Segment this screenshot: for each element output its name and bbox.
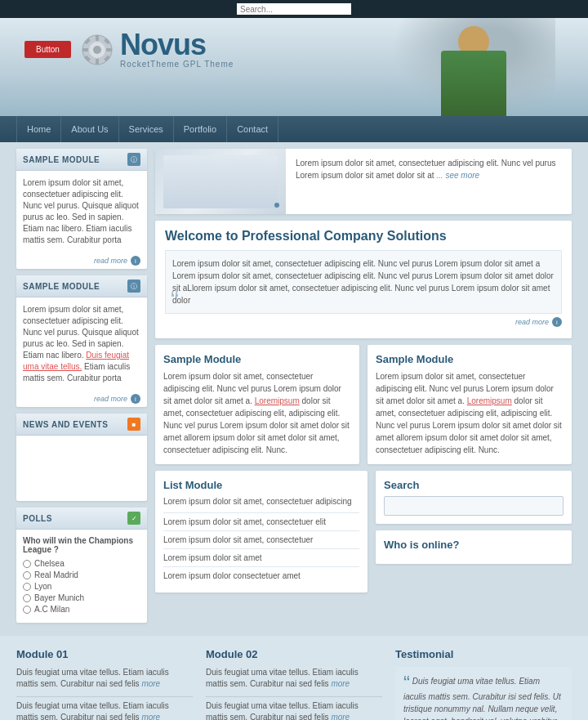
sidebar-polls-body: Who will win the Champions League ? Chel…: [16, 530, 147, 623]
poll-radio-bayer[interactable]: [23, 594, 31, 602]
search-input[interactable]: [384, 496, 564, 516]
bottom-modules-row: List Module Lorem ipsum dolor sit amet, …: [155, 471, 572, 593]
list-module: List Module Lorem ipsum dolor sit amet, …: [155, 471, 368, 593]
promo-body-text: Lorem ipsum dolor sit amet, consectetuer…: [296, 159, 555, 180]
search-online-col: Search Who is online?: [376, 471, 572, 593]
footer-divider-1: [16, 696, 193, 697]
poll-option-chelsea[interactable]: Chelsea: [23, 559, 140, 568]
sidebar-module-1-readmore: read more i: [16, 253, 147, 269]
nav-item-portfolio[interactable]: Portfolio: [174, 116, 227, 142]
poll-radio-lyon[interactable]: [23, 583, 31, 591]
sidebar-module-1-body: Lorem ipsum dolor sit amet, consectetuer…: [16, 171, 147, 253]
who-is-online-title: Who is online?: [384, 539, 564, 551]
nav-item-about[interactable]: About Us: [61, 116, 118, 142]
poll-icon: ✓: [127, 512, 140, 525]
search-box: Search: [376, 471, 572, 524]
sample-module-right-title: Sample Module: [376, 353, 564, 365]
svg-rect-4: [96, 59, 99, 65]
gear-icon: [81, 34, 114, 66]
sample-module-left-text: Lorem ipsum dolor sit amet, consectetuer…: [163, 370, 351, 456]
poll-label-acmilan: A.C Milan: [34, 605, 69, 614]
poll-radio-realmadrid[interactable]: [23, 571, 31, 579]
footer-col1-item-2: Duis feugiat uma vitae tellus. Etiam iac…: [16, 700, 193, 720]
poll-radio-chelsea[interactable]: [23, 560, 31, 568]
welcome-text: Lorem ipsum dolor sit amet, consectetuer…: [165, 250, 562, 314]
sidebar-module-1-readmore-link[interactable]: read more: [94, 257, 127, 265]
footer-col2-item1-more[interactable]: more: [331, 679, 350, 688]
welcome-readmore-link[interactable]: read more: [515, 318, 549, 326]
footer-col1-item1-more[interactable]: more: [141, 679, 160, 688]
footer-col2-item-2: Duis feugiat uma vitae tellus. Etiam iac…: [206, 700, 382, 720]
poll-radio-acmilan[interactable]: [23, 606, 31, 614]
poll-option-realmadrid[interactable]: Real Madrid: [23, 570, 140, 579]
footer-divider-3: [206, 696, 382, 697]
search-input-wrap: [384, 496, 564, 516]
poll-option-bayer[interactable]: Bayer Munich: [23, 593, 140, 602]
sidebar-polls-module: POLLS ✓ Who will win the Champions Leagu…: [16, 508, 147, 623]
promo-image-inner: [163, 155, 278, 208]
nav-item-contact[interactable]: Contact: [227, 116, 278, 142]
footer-col1-item-1: Duis feugiat uma vitae tellus. Etiam iac…: [16, 667, 193, 690]
welcome-body: Lorem ipsum dolor sit amet, consectetuer…: [172, 259, 554, 305]
nav-bar: Home About Us Services Portfolio Contact: [0, 116, 588, 142]
footer-col1-item2-more[interactable]: more: [141, 713, 160, 720]
sidebar-module-2-info-icon: i: [131, 394, 140, 404]
promo-see-more[interactable]: ... see more: [436, 171, 479, 180]
poll-option-acmilan[interactable]: A.C Milan: [23, 605, 140, 614]
poll-option-lyon[interactable]: Lyon: [23, 582, 140, 591]
sidebar-module-1-info-icon: i: [131, 256, 140, 266]
footer-col-3: Testimonial “ Duis feugiat uma vitae tel…: [395, 648, 572, 720]
welcome-title: Welcome to Professional Company Solution…: [165, 229, 562, 244]
footer-col-1: Module 01 Duis feugiat uma vitae tellus.…: [16, 648, 193, 720]
poll-label-lyon: Lyon: [34, 582, 51, 591]
promo-box: Lorem ipsum dolor sit amet, consectetuer…: [155, 149, 572, 214]
poll-label-realmadrid: Real Madrid: [34, 570, 78, 579]
search-title: Search: [384, 479, 564, 491]
sidebar-module-2-readmore-link[interactable]: read more: [94, 395, 127, 403]
footer-col-3-title: Testimonial: [395, 648, 572, 660]
sidebar-module-2: SAMPLE MODULE ⓘ Lorem ipsum dolor sit am…: [16, 275, 147, 407]
sidebar-module-2-header: SAMPLE MODULE ⓘ: [16, 275, 147, 297]
sidebar-news-header: NEWS AND EVENTS ■: [16, 414, 147, 436]
footer-col-1-title: Module 01: [16, 648, 193, 660]
main-content: SAMPLE MODULE ⓘ Lorem ipsum dolor sit am…: [16, 149, 572, 629]
footer-col-2-title: Module 02: [206, 648, 382, 660]
logo-subtitle: RocketTheme GPL Theme: [120, 60, 234, 69]
sample-module-left-title: Sample Module: [163, 353, 351, 365]
who-is-online-box: Who is online?: [376, 530, 572, 564]
sidebar-module-2-body: Lorem ipsum dolor sit amet, consectetuer…: [16, 297, 147, 391]
list-item-4: Lorem ipsum dolor consectetuer amet: [163, 566, 359, 584]
footer-top: Module 01 Duis feugiat uma vitae tellus.…: [0, 636, 588, 720]
sidebar-news-title: NEWS AND EVENTS: [23, 420, 108, 429]
svg-rect-3: [96, 35, 99, 41]
sidebar-polls-title: POLLS: [23, 514, 52, 523]
footer-col2-item2-more[interactable]: more: [331, 713, 350, 720]
list-module-intro: Lorem ipsum dolor sit amet, consectetuer…: [163, 496, 359, 508]
list-item-3: Lorem ipsum dolor sit amet: [163, 548, 359, 566]
quote-open-icon: “: [171, 287, 179, 311]
footer-col2-item-1: Duis feugiat uma vitae tellus. Etiam iac…: [206, 667, 382, 690]
poll-label-bayer: Bayer Munich: [34, 593, 84, 602]
promo-image: [155, 149, 286, 214]
sidebar-news-body: [16, 436, 147, 501]
smr-link[interactable]: Loremipsum: [467, 396, 512, 405]
sidebar-module-2-readmore: read more i: [16, 391, 147, 407]
nav-item-home[interactable]: Home: [16, 116, 61, 142]
logo-text: Novus RocketTheme GPL Theme: [120, 30, 234, 69]
sidebar-news-module: NEWS AND EVENTS ■: [16, 414, 147, 501]
sidebar-module-1-header: SAMPLE MODULE ⓘ: [16, 149, 147, 171]
testimonial-box: “ Duis feugiat uma vitae tellus. Etiam i…: [395, 667, 572, 720]
logo-button[interactable]: Button: [24, 41, 71, 58]
list-item-2: Lorem ipsum dolor sit amet, consectetuer: [163, 530, 359, 548]
list-item-1: Lorem ipsum dolor sit amet, consectetuer…: [163, 512, 359, 530]
svg-rect-5: [82, 48, 88, 51]
list-module-title: List Module: [163, 479, 359, 491]
testimonial-text: Duis feugiat uma vitae tellus. Etiam iac…: [403, 677, 561, 720]
svg-rect-6: [106, 48, 112, 51]
nav-item-services[interactable]: Services: [119, 116, 174, 142]
welcome-box: Welcome to Professional Company Solution…: [155, 221, 572, 338]
top-search-input[interactable]: [237, 3, 351, 15]
sidebar-polls-header: POLLS ✓: [16, 508, 147, 530]
svg-point-2: [93, 46, 101, 54]
sml-link[interactable]: Loremipsum: [255, 396, 300, 405]
